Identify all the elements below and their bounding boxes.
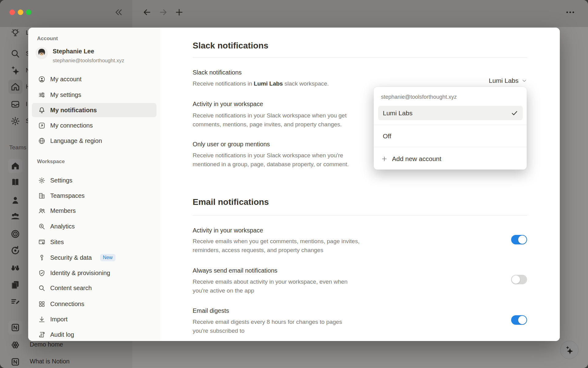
sidebar-item-label: Connections: [50, 301, 84, 308]
browser-cursor-icon: [38, 238, 46, 246]
sidebar-item-label: Settings: [50, 177, 72, 184]
window-zoom-button[interactable]: [26, 10, 32, 15]
sidebar-item-label: Language & region: [50, 137, 102, 144]
sidebar-item-language-region[interactable]: Language & region: [32, 134, 156, 148]
slack-section-heading: Slack notifications: [193, 40, 268, 51]
sidebar-item-analytics[interactable]: Analytics: [32, 219, 156, 233]
sidebar-item-my-notifications[interactable]: My notifications: [32, 103, 156, 117]
sidebar-item-my-settings[interactable]: My settings: [32, 88, 156, 102]
sidebar-item-audit-log[interactable]: Audit log: [32, 328, 156, 341]
sidebar-item-members[interactable]: Members: [32, 204, 156, 218]
sidebar-item-label: Audit log: [50, 331, 74, 338]
window-close-button[interactable]: [9, 10, 15, 15]
workspace-name: Lumi Labs: [254, 80, 283, 87]
desc-text: slack workspace.: [283, 80, 329, 87]
activity-workspace-row-desc: Receive notifications in your Slack work…: [193, 111, 401, 129]
sidebar-item-identity-provisioning[interactable]: Identity & provisioning: [32, 266, 156, 280]
sidebar-item-label: Analytics: [50, 223, 75, 230]
sidebar-item-label: Identity & provisioning: [50, 270, 110, 277]
activity-workspace-row-title: Activity in your workspace: [193, 100, 263, 108]
slack-workspace-dropdown[interactable]: Lumi Labs: [489, 74, 527, 88]
person-circle-icon: [38, 75, 46, 83]
sidebar-item-content-search[interactable]: Content search: [32, 281, 156, 295]
magnifier-plus-icon: [38, 223, 46, 230]
buildings-icon: [38, 192, 46, 200]
sliders-icon: [38, 91, 46, 99]
checkmark-icon: [511, 109, 518, 117]
sidebar-item-label: Teamspaces: [50, 192, 85, 199]
divider: [193, 215, 527, 216]
key-icon: [38, 254, 46, 262]
option-label: Lumi Labs: [383, 109, 413, 117]
sidebar-item-security-data[interactable]: Security & data New: [32, 251, 156, 265]
email-digests-toggle[interactable]: [511, 315, 527, 325]
settings-sidebar: Account Stephanie Lee stephanie@toolsfor…: [28, 28, 160, 341]
slack-account-dropdown-menu: stephanie@toolsforthought.xyz Lumi Labs …: [374, 87, 527, 170]
email-digests-row-title: Email digests: [193, 306, 229, 315]
toggle-knob: [518, 316, 526, 324]
sidebar-item-my-account[interactable]: My account: [32, 72, 156, 86]
sidebar-item-label: Content search: [50, 285, 92, 292]
chevron-down-icon: [521, 78, 527, 84]
globe-icon: [38, 137, 46, 145]
dropdown-option-off[interactable]: Off: [378, 129, 523, 143]
people-icon: [38, 207, 46, 215]
slack-notifications-row-title: Slack notifications: [193, 68, 242, 77]
dropdown-option-lumi-labs[interactable]: Lumi Labs: [378, 106, 523, 120]
user-email: stephanie@toolsforthought.xyz: [53, 57, 124, 64]
divider: [374, 125, 527, 125]
option-label: Off: [383, 132, 391, 140]
email-activity-row-desc: Receive emails when you get comments, me…: [193, 237, 401, 255]
settings-modal: Account Stephanie Lee stephanie@toolsfor…: [28, 28, 560, 341]
desc-text: Receive notifications in: [193, 80, 254, 87]
app-window: L S N H I S Teams: [0, 0, 588, 368]
toggle-knob: [518, 236, 526, 244]
sidebar-item-teamspaces[interactable]: Teamspaces: [32, 189, 156, 203]
account-section-header: Account: [37, 36, 58, 42]
sidebar-item-label: Import: [50, 316, 68, 323]
sidebar-item-label: Security & data: [50, 254, 92, 261]
slack-notifications-row-desc: Receive notifications in Lumi Labs slack…: [193, 79, 401, 88]
email-digests-row-desc: Receive email digests every 8 hours for …: [193, 317, 401, 335]
settings-content: Slack notifications Slack notifications …: [160, 28, 560, 341]
grid-icon: [38, 300, 46, 308]
sidebar-item-label: Sites: [50, 239, 64, 246]
email-activity-row-title: Activity in your workspace: [193, 226, 263, 235]
action-label: Add new account: [392, 155, 441, 163]
sidebar-item-connections[interactable]: Connections: [32, 297, 156, 311]
avatar: [36, 47, 48, 59]
sidebar-item-label: Members: [50, 207, 76, 214]
email-activity-toggle[interactable]: [511, 235, 527, 244]
new-badge: New: [100, 254, 115, 261]
shield-check-icon: [38, 269, 46, 277]
always-send-toggle[interactable]: [511, 275, 527, 284]
divider: [374, 147, 527, 147]
arrow-up-right-box-icon: [38, 122, 46, 129]
divider: [193, 57, 527, 58]
email-section-heading: Email notifications: [193, 197, 269, 208]
add-new-account-button[interactable]: Add new account: [381, 152, 441, 165]
sidebar-item-label: My notifications: [50, 107, 97, 114]
download-icon: [38, 316, 46, 323]
gear-icon: [38, 177, 46, 184]
plus-icon: [381, 155, 388, 162]
always-send-row-desc: Receive emails about activity in your wo…: [193, 277, 401, 295]
toggle-knob: [512, 275, 520, 284]
mentions-row-title: Only user or group mentions: [193, 140, 270, 148]
sidebar-item-my-connections[interactable]: My connections: [32, 118, 156, 132]
workspace-section-header: Workspace: [37, 159, 65, 165]
magnifier-icon: [38, 284, 46, 292]
bell-icon: [38, 106, 46, 114]
scroll-icon: [38, 331, 46, 339]
dropdown-value: Lumi Labs: [489, 77, 518, 84]
user-name: Stephanie Lee: [53, 47, 94, 55]
sidebar-item-sites[interactable]: Sites New: [32, 235, 156, 249]
sidebar-item-label: My account: [50, 76, 81, 83]
window-minimize-button[interactable]: [18, 10, 23, 15]
always-send-row-title: Always send email notifications: [193, 266, 277, 275]
sidebar-item-label: My settings: [50, 91, 81, 98]
sidebar-item-import[interactable]: Import: [32, 312, 156, 326]
mentions-row-desc: Receive notifications in your Slack work…: [193, 151, 401, 169]
sidebar-item-label: My connections: [50, 122, 93, 129]
sidebar-item-settings[interactable]: Settings: [32, 173, 156, 187]
